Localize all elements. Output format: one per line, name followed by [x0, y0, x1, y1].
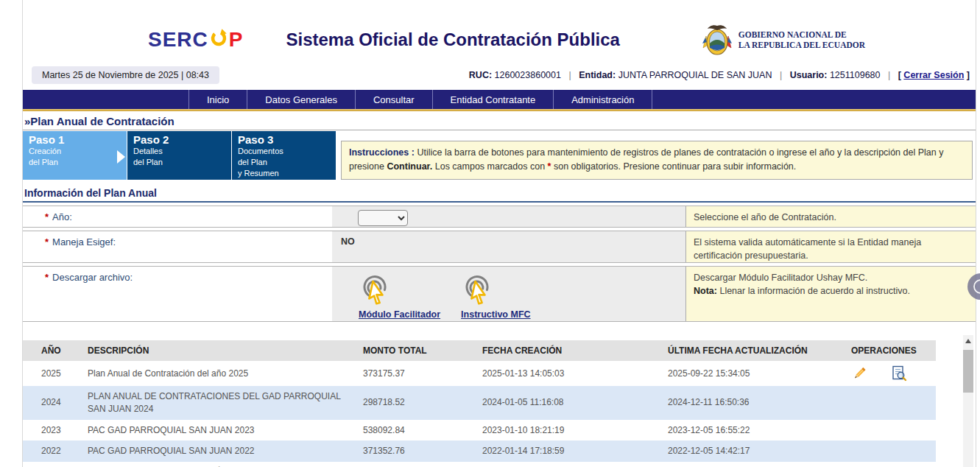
instructions-label: Instrucciones : [349, 147, 415, 158]
ano-help: Seleccione el año de Contratación. [685, 206, 976, 227]
instructivo-mfc-link[interactable]: Instructivo MFC [461, 309, 530, 320]
logo-text-red: P [229, 28, 244, 52]
table-scrollbar[interactable] [963, 335, 973, 467]
page-title: Sistema Oficial de Contratación Pública [286, 29, 619, 50]
logo-swirl-icon [208, 28, 229, 52]
form-row-esigef: *Maneja Esigef: NO El sistema valida aut… [23, 231, 976, 263]
instructivo-mfc-download[interactable]: Instructivo MFC [461, 275, 530, 320]
descargar-label: *Descargar archivo: [23, 267, 332, 321]
view-plan-icon[interactable] [891, 365, 907, 382]
plans-table: AÑO DESCRIPCIÓN MONTO TOTAL FECHA CREACI… [23, 340, 936, 467]
col-header-ultima-actualizacion: ÚLTIMA FECHA ACTUALIZACIÓN [668, 340, 851, 361]
ruc-label: RUC: [469, 70, 492, 80]
entidad-label: Entidad: [579, 70, 616, 80]
instructions-box: Instrucciones : Utilice la barra de boto… [341, 141, 973, 180]
header: SERC P Sistema Oficial de Contratación P… [23, 0, 976, 60]
menu-item-entidad-contratante[interactable]: Entidad Contratante [432, 90, 554, 109]
menu-item-datos-generales[interactable]: Datos Generales [247, 90, 355, 109]
esigef-control-cell: NO [332, 231, 685, 262]
col-header-fecha-creacion: FECHA CREACIÓN [482, 340, 668, 361]
table-header-row: AÑO DESCRIPCIÓN MONTO TOTAL FECHA CREACI… [23, 340, 936, 361]
edit-plan-icon[interactable] [851, 365, 867, 382]
table-row: 2023 PAC GAD PARROQUIAL SAN JUAN 2023 53… [23, 420, 936, 441]
form-row-descargar: *Descargar archivo: Módulo Facilitador [23, 266, 976, 322]
step-arrow-icon [117, 150, 125, 164]
usuario-label: Usuario: [790, 70, 828, 80]
usuario-value: 1251109680 [830, 70, 881, 80]
col-header-monto: MONTO TOTAL [363, 340, 482, 361]
form-row-ano: *Año: Seleccione el año de Contratación. [23, 206, 976, 228]
esigef-value: NO [341, 235, 355, 247]
menu-item-inicio[interactable]: Inicio [188, 90, 247, 109]
breadcrumb: »Plan Anual de Contratación [23, 111, 976, 130]
modulo-facilitador-link[interactable]: Módulo Facilitador [359, 309, 440, 320]
ano-control-cell [332, 206, 685, 227]
ecuador-coat-of-arms-icon [702, 23, 733, 57]
table-row: 2024 PLAN ANUAL DE CONTRATACIONES DEL GA… [23, 386, 936, 420]
year-select[interactable] [358, 210, 408, 226]
menu-item-consultar[interactable]: Consultar [355, 90, 432, 109]
table-row: 2025 Plan Anual de Contratación del año … [23, 361, 936, 386]
info-bar: Martes 25 de Noviembre de 2025 | 08:43 R… [23, 65, 976, 85]
col-header-ano: AÑO [23, 340, 88, 361]
esigef-help: El sistema valida automáticamente si la … [685, 231, 976, 262]
plans-table-container: AÑO DESCRIPCIÓN MONTO TOTAL FECHA CREACI… [23, 340, 976, 467]
datetime-display: Martes 25 de Noviembre de 2025 | 08:43 [32, 66, 219, 84]
logo-text-blue: SERC [148, 28, 208, 52]
step-3-documentos: Paso 3 Documentos del Plan y Resumen [232, 131, 336, 180]
esigef-label: *Maneja Esigef: [23, 231, 332, 262]
download-click-icon [461, 275, 493, 306]
descargar-help: Descargar Módulo Facilitador Ushay MFC. … [685, 267, 976, 321]
col-header-descripcion: DESCRIPCIÓN [88, 340, 363, 361]
download-click-icon [359, 275, 391, 306]
steps-row: Paso 1 Creación del Plan Paso 2 Detalles… [23, 130, 976, 183]
scrollbar-up-arrow-icon[interactable] [963, 335, 973, 347]
logout-link[interactable]: Cerrar Sesión [903, 70, 964, 80]
descargar-control-cell: Módulo Facilitador Instructivo MFC [332, 267, 685, 321]
ruc-value: 1260023860001 [495, 70, 561, 80]
table-row: 2022 PAC GAD PARROQUIAL SAN JUAN 2022 37… [23, 440, 936, 462]
menu-item-administracion[interactable]: Administración [553, 90, 652, 109]
scrollbar-thumb[interactable] [963, 350, 973, 393]
section-title-plan-anual: Información del Plan Anual [23, 183, 976, 203]
government-logo: GOBIERNO NACIONAL DE LA REPUBLICA DEL EC… [702, 23, 865, 57]
government-logo-text: GOBIERNO NACIONAL DE LA REPUBLICA DEL EC… [738, 29, 865, 51]
entidad-value: JUNTA PARROQUIAL DE SAN JUAN [618, 70, 772, 80]
ano-label: *Año: [23, 206, 332, 227]
step-1-creacion: Paso 1 Creación del Plan [23, 131, 127, 180]
step-2-detalles: Paso 2 Detalles del Plan [127, 131, 231, 180]
table-row: 2021 PLAN ANUAL DE CONTRATACIÓN 2021 243… [23, 462, 936, 467]
page: SERC P Sistema Oficial de Contratación P… [22, 0, 976, 467]
session-info: RUC: 1260023860001 | Entidad: JUNTA PARR… [469, 70, 970, 80]
sercop-logo: SERC P [148, 28, 243, 52]
modulo-facilitador-download[interactable]: Módulo Facilitador [359, 275, 440, 320]
main-menu: Inicio Datos Generales Consultar Entidad… [23, 90, 976, 109]
col-header-operaciones: OPERACIONES [851, 340, 936, 361]
